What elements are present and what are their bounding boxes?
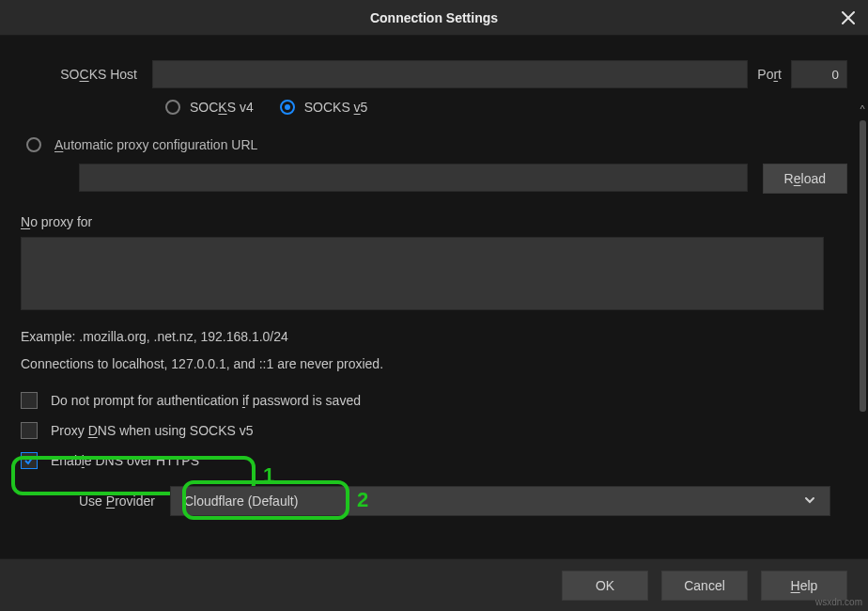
- no-proxy-note: Connections to localhost, 127.0.0.1, and…: [21, 353, 847, 375]
- socks-port-input[interactable]: [791, 60, 847, 88]
- pac-radio-label: Automatic proxy configuration URL: [54, 137, 257, 152]
- pac-url-row: Reload: [79, 164, 847, 194]
- pac-url-input[interactable]: [79, 164, 748, 192]
- provider-row: Use Provider Cloudflare (Default) 2: [21, 486, 847, 516]
- provider-select[interactable]: Cloudflare (Default): [170, 486, 830, 516]
- checkbox-icon: [21, 392, 38, 409]
- no-proxy-example: Example: .mozilla.org, .net.nz, 192.168.…: [21, 326, 847, 348]
- provider-selected-value: Cloudflare (Default): [184, 494, 298, 509]
- chevron-down-icon: [803, 494, 816, 509]
- socks-version-group: SOCKS v4 SOCKS v5: [165, 100, 847, 115]
- dialog-footer: OK Cancel Help: [0, 558, 868, 611]
- scroll-up-icon[interactable]: ^: [857, 103, 868, 117]
- socks-v5-radio[interactable]: SOCKS v5: [280, 100, 368, 115]
- proxy-dns-check-row[interactable]: Proxy DNS when using SOCKS v5: [21, 422, 847, 439]
- dialog-title: Connection Settings: [370, 10, 498, 25]
- radio-icon: [26, 137, 41, 152]
- dialog-content: ^ SOCKS Host Port SOCKS v4 SOCKS v5 Auto…: [0, 60, 868, 596]
- checkbox-icon: [21, 422, 38, 439]
- watermark-text: wsxdn.com: [815, 597, 862, 607]
- radio-icon: [165, 100, 180, 115]
- radio-icon: [280, 100, 295, 115]
- pac-radio-row[interactable]: Automatic proxy configuration URL: [21, 137, 847, 152]
- enable-doh-check-row[interactable]: Enable DNS over HTTPS: [21, 452, 847, 469]
- socks-host-input[interactable]: [152, 60, 748, 88]
- no-prompt-check-row[interactable]: Do not prompt for authentication if pass…: [21, 392, 847, 409]
- titlebar: Connection Settings: [0, 0, 868, 36]
- ok-button[interactable]: OK: [562, 571, 648, 601]
- no-proxy-label: No proxy for: [21, 214, 847, 229]
- reload-button[interactable]: Reload: [763, 164, 847, 194]
- checkbox-icon: [21, 452, 38, 469]
- close-icon[interactable]: [838, 8, 859, 28]
- proxy-dns-label: Proxy DNS when using SOCKS v5: [51, 423, 254, 438]
- no-prompt-label: Do not prompt for authentication if pass…: [51, 393, 361, 408]
- provider-label: Use Provider: [79, 494, 155, 509]
- socks-v4-radio[interactable]: SOCKS v4: [165, 100, 254, 115]
- socks-v4-label: SOCKS v4: [190, 100, 254, 115]
- socks-host-label: SOCKS Host: [21, 67, 152, 82]
- socks-port-label: Port: [748, 67, 791, 82]
- socks-v5-label: SOCKS v5: [304, 100, 368, 115]
- socks-host-row: SOCKS Host Port: [21, 60, 847, 88]
- no-proxy-textarea[interactable]: [21, 237, 824, 310]
- scrollbar-thumb[interactable]: [860, 120, 866, 412]
- cancel-button[interactable]: Cancel: [661, 571, 748, 601]
- enable-doh-label: Enable DNS over HTTPS: [51, 453, 199, 468]
- help-button[interactable]: Help: [761, 571, 847, 601]
